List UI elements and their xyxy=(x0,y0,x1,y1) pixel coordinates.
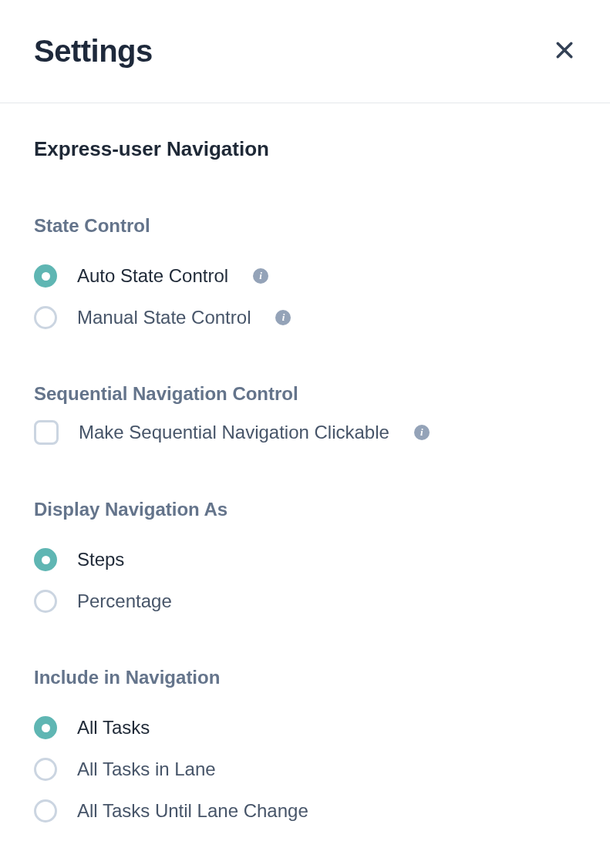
radio-label: Percentage xyxy=(77,590,172,612)
close-icon xyxy=(553,39,576,65)
settings-content: Express-user Navigation State Control Au… xyxy=(0,103,610,823)
radio-icon xyxy=(34,799,57,823)
radio-label: Manual State Control xyxy=(77,307,251,328)
include-in-group: Include in Navigation All Tasks All Task… xyxy=(34,667,576,823)
radio-label: All Tasks Until Lane Change xyxy=(77,800,308,822)
radio-icon xyxy=(34,264,57,288)
display-as-title: Display Navigation As xyxy=(34,499,576,520)
radio-manual-state-control[interactable]: Manual State Control i xyxy=(34,306,576,329)
radio-auto-state-control[interactable]: Auto State Control i xyxy=(34,264,576,288)
radio-icon xyxy=(34,716,57,739)
radio-all-tasks[interactable]: All Tasks xyxy=(34,716,576,739)
checkbox-label: Make Sequential Navigation Clickable xyxy=(79,422,389,443)
radio-label: Auto State Control xyxy=(77,265,228,287)
sequential-nav-group: Sequential Navigation Control Make Seque… xyxy=(34,383,576,445)
radio-label: All Tasks xyxy=(77,717,150,738)
sequential-nav-title: Sequential Navigation Control xyxy=(34,383,576,405)
info-icon[interactable]: i xyxy=(253,268,268,284)
checkbox-make-sequential-clickable[interactable]: Make Sequential Navigation Clickable i xyxy=(34,420,576,445)
radio-icon xyxy=(34,306,57,329)
checkbox-icon xyxy=(34,420,59,445)
radio-steps[interactable]: Steps xyxy=(34,548,576,571)
radio-label: All Tasks in Lane xyxy=(77,759,216,780)
include-in-title: Include in Navigation xyxy=(34,667,576,688)
radio-icon xyxy=(34,590,57,613)
section-title: Express-user Navigation xyxy=(34,137,576,161)
radio-all-tasks-until-lane-change[interactable]: All Tasks Until Lane Change xyxy=(34,799,576,823)
page-title: Settings xyxy=(34,34,153,69)
radio-all-tasks-in-lane[interactable]: All Tasks in Lane xyxy=(34,758,576,781)
settings-header: Settings xyxy=(0,0,610,103)
radio-icon xyxy=(34,758,57,781)
radio-label: Steps xyxy=(77,549,124,570)
display-as-group: Display Navigation As Steps Percentage xyxy=(34,499,576,613)
info-icon[interactable]: i xyxy=(414,425,430,440)
state-control-title: State Control xyxy=(34,215,576,237)
close-button[interactable] xyxy=(553,39,576,65)
radio-percentage[interactable]: Percentage xyxy=(34,590,576,613)
radio-icon xyxy=(34,548,57,571)
state-control-group: State Control Auto State Control i Manua… xyxy=(34,215,576,329)
info-icon[interactable]: i xyxy=(275,310,291,325)
